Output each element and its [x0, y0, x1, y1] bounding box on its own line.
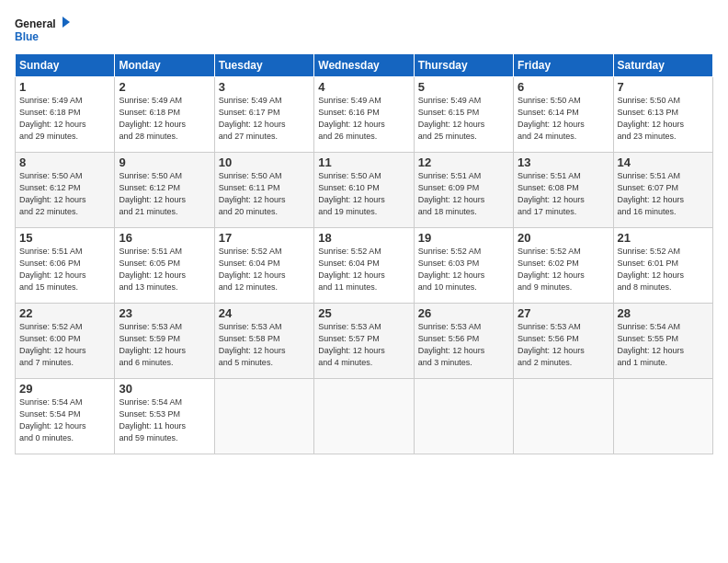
col-header-friday: Friday	[514, 54, 613, 77]
day-number: 4	[318, 80, 409, 94]
calendar-cell: 4Sunrise: 5:49 AM Sunset: 6:16 PM Daylig…	[314, 77, 414, 153]
logo: General Blue	[15, 15, 70, 44]
day-number: 7	[618, 80, 709, 94]
calendar-cell: 18Sunrise: 5:52 AM Sunset: 6:04 PM Dayli…	[314, 228, 414, 304]
calendar-cell	[514, 379, 613, 454]
calendar-cell: 21Sunrise: 5:52 AM Sunset: 6:01 PM Dayli…	[613, 228, 712, 304]
calendar-cell: 24Sunrise: 5:53 AM Sunset: 5:58 PM Dayli…	[214, 304, 313, 379]
calendar-cell: 23Sunrise: 5:53 AM Sunset: 5:59 PM Dayli…	[115, 304, 214, 379]
day-info: Sunrise: 5:50 AM Sunset: 6:10 PM Dayligh…	[318, 170, 409, 218]
calendar-cell: 27Sunrise: 5:53 AM Sunset: 5:56 PM Dayli…	[514, 304, 613, 379]
day-info: Sunrise: 5:50 AM Sunset: 6:12 PM Dayligh…	[119, 170, 210, 218]
day-number: 26	[418, 306, 509, 320]
header: General Blue	[15, 15, 713, 44]
day-number: 30	[119, 382, 210, 396]
calendar-cell: 8Sunrise: 5:50 AM Sunset: 6:12 PM Daylig…	[16, 153, 115, 228]
logo-svg: General Blue	[15, 15, 70, 44]
day-number: 16	[119, 231, 210, 245]
day-number: 18	[318, 231, 409, 245]
day-info: Sunrise: 5:54 AM Sunset: 5:54 PM Dayligh…	[19, 396, 110, 444]
calendar-cell: 5Sunrise: 5:49 AM Sunset: 6:15 PM Daylig…	[414, 77, 513, 153]
day-number: 27	[518, 306, 609, 320]
day-info: Sunrise: 5:52 AM Sunset: 6:04 PM Dayligh…	[318, 246, 409, 293]
day-info: Sunrise: 5:49 AM Sunset: 6:18 PM Dayligh…	[119, 95, 210, 143]
calendar-cell: 22Sunrise: 5:52 AM Sunset: 6:00 PM Dayli…	[16, 304, 115, 379]
calendar-cell: 2Sunrise: 5:49 AM Sunset: 6:18 PM Daylig…	[115, 77, 214, 153]
day-info: Sunrise: 5:51 AM Sunset: 6:06 PM Dayligh…	[19, 246, 110, 293]
week-row-3: 15Sunrise: 5:51 AM Sunset: 6:06 PM Dayli…	[16, 228, 713, 304]
day-info: Sunrise: 5:51 AM Sunset: 6:07 PM Dayligh…	[618, 170, 709, 218]
day-info: Sunrise: 5:53 AM Sunset: 5:57 PM Dayligh…	[318, 321, 409, 369]
calendar-cell: 26Sunrise: 5:53 AM Sunset: 5:56 PM Dayli…	[414, 304, 513, 379]
calendar-cell: 28Sunrise: 5:54 AM Sunset: 5:55 PM Dayli…	[613, 304, 712, 379]
day-info: Sunrise: 5:50 AM Sunset: 6:14 PM Dayligh…	[518, 95, 609, 143]
day-info: Sunrise: 5:50 AM Sunset: 6:12 PM Dayligh…	[19, 170, 110, 218]
day-number: 15	[19, 231, 110, 245]
col-header-tuesday: Tuesday	[214, 54, 313, 77]
calendar-cell: 16Sunrise: 5:51 AM Sunset: 6:05 PM Dayli…	[115, 228, 214, 304]
calendar-table: SundayMondayTuesdayWednesdayThursdayFrid…	[15, 53, 713, 454]
week-row-4: 22Sunrise: 5:52 AM Sunset: 6:00 PM Dayli…	[16, 304, 713, 379]
col-header-wednesday: Wednesday	[314, 54, 414, 77]
day-info: Sunrise: 5:50 AM Sunset: 6:11 PM Dayligh…	[219, 170, 310, 218]
day-info: Sunrise: 5:51 AM Sunset: 6:08 PM Dayligh…	[518, 170, 609, 218]
day-number: 23	[119, 306, 210, 320]
day-number: 17	[219, 231, 310, 245]
calendar-cell: 6Sunrise: 5:50 AM Sunset: 6:14 PM Daylig…	[514, 77, 613, 153]
day-info: Sunrise: 5:54 AM Sunset: 5:55 PM Dayligh…	[618, 321, 709, 369]
calendar-cell: 19Sunrise: 5:52 AM Sunset: 6:03 PM Dayli…	[414, 228, 513, 304]
calendar-cell: 7Sunrise: 5:50 AM Sunset: 6:13 PM Daylig…	[613, 77, 712, 153]
day-number: 19	[418, 231, 509, 245]
week-row-5: 29Sunrise: 5:54 AM Sunset: 5:54 PM Dayli…	[16, 379, 713, 454]
day-info: Sunrise: 5:52 AM Sunset: 6:01 PM Dayligh…	[618, 246, 709, 293]
day-info: Sunrise: 5:52 AM Sunset: 6:03 PM Dayligh…	[418, 246, 509, 293]
day-info: Sunrise: 5:53 AM Sunset: 5:59 PM Dayligh…	[119, 321, 210, 369]
calendar-cell: 25Sunrise: 5:53 AM Sunset: 5:57 PM Dayli…	[314, 304, 414, 379]
day-number: 20	[518, 231, 609, 245]
day-number: 6	[518, 80, 609, 94]
day-info: Sunrise: 5:53 AM Sunset: 5:58 PM Dayligh…	[219, 321, 310, 369]
calendar-cell: 14Sunrise: 5:51 AM Sunset: 6:07 PM Dayli…	[613, 153, 712, 228]
day-info: Sunrise: 5:52 AM Sunset: 6:04 PM Dayligh…	[219, 246, 310, 293]
col-header-monday: Monday	[115, 54, 214, 77]
day-number: 3	[219, 80, 310, 94]
day-number: 13	[518, 155, 609, 169]
day-info: Sunrise: 5:49 AM Sunset: 6:16 PM Dayligh…	[318, 95, 409, 143]
day-info: Sunrise: 5:49 AM Sunset: 6:18 PM Dayligh…	[19, 95, 110, 143]
col-header-sunday: Sunday	[16, 54, 115, 77]
day-number: 22	[19, 306, 110, 320]
calendar-cell: 15Sunrise: 5:51 AM Sunset: 6:06 PM Dayli…	[16, 228, 115, 304]
week-row-1: 1Sunrise: 5:49 AM Sunset: 6:18 PM Daylig…	[16, 77, 713, 153]
col-header-thursday: Thursday	[414, 54, 513, 77]
col-header-saturday: Saturday	[613, 54, 712, 77]
calendar-body: 1Sunrise: 5:49 AM Sunset: 6:18 PM Daylig…	[16, 77, 713, 454]
day-number: 12	[418, 155, 509, 169]
day-number: 5	[418, 80, 509, 94]
calendar-cell: 30Sunrise: 5:54 AM Sunset: 5:53 PM Dayli…	[115, 379, 214, 454]
calendar-cell: 11Sunrise: 5:50 AM Sunset: 6:10 PM Dayli…	[314, 153, 414, 228]
day-number: 21	[618, 231, 709, 245]
calendar-cell: 3Sunrise: 5:49 AM Sunset: 6:17 PM Daylig…	[214, 77, 313, 153]
days-of-week-row: SundayMondayTuesdayWednesdayThursdayFrid…	[16, 54, 713, 77]
day-number: 10	[219, 155, 310, 169]
day-info: Sunrise: 5:49 AM Sunset: 6:17 PM Dayligh…	[219, 95, 310, 143]
day-info: Sunrise: 5:49 AM Sunset: 6:15 PM Dayligh…	[418, 95, 509, 143]
calendar-cell: 9Sunrise: 5:50 AM Sunset: 6:12 PM Daylig…	[115, 153, 214, 228]
day-number: 24	[219, 306, 310, 320]
day-number: 2	[119, 80, 210, 94]
week-row-2: 8Sunrise: 5:50 AM Sunset: 6:12 PM Daylig…	[16, 153, 713, 228]
calendar-cell: 17Sunrise: 5:52 AM Sunset: 6:04 PM Dayli…	[214, 228, 313, 304]
svg-text:Blue: Blue	[15, 30, 39, 43]
calendar-cell	[314, 379, 414, 454]
calendar-cell: 20Sunrise: 5:52 AM Sunset: 6:02 PM Dayli…	[514, 228, 613, 304]
calendar-cell	[214, 379, 313, 454]
svg-text:General: General	[15, 17, 56, 30]
day-number: 11	[318, 155, 409, 169]
day-info: Sunrise: 5:52 AM Sunset: 6:02 PM Dayligh…	[518, 246, 609, 293]
calendar-cell: 29Sunrise: 5:54 AM Sunset: 5:54 PM Dayli…	[16, 379, 115, 454]
day-info: Sunrise: 5:51 AM Sunset: 6:09 PM Dayligh…	[418, 170, 509, 218]
day-number: 8	[19, 155, 110, 169]
day-number: 29	[19, 382, 110, 396]
day-info: Sunrise: 5:51 AM Sunset: 6:05 PM Dayligh…	[119, 246, 210, 293]
day-info: Sunrise: 5:50 AM Sunset: 6:13 PM Dayligh…	[618, 95, 709, 143]
